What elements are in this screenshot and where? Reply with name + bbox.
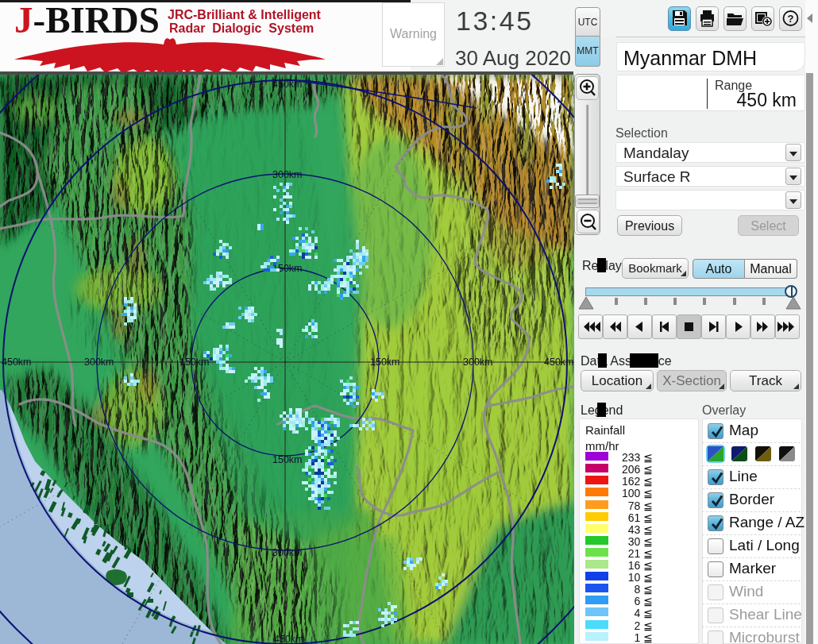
svg-text:?: ? xyxy=(788,13,794,25)
svg-text:300km: 300km xyxy=(272,547,303,558)
svg-text:450km: 450km xyxy=(2,357,32,368)
svg-text:150km: 150km xyxy=(370,357,400,368)
svg-text:450km: 450km xyxy=(274,634,304,644)
svg-text:150km: 150km xyxy=(179,357,210,368)
svg-text:300km: 300km xyxy=(84,357,114,368)
svg-text:300km: 300km xyxy=(463,357,493,368)
svg-text:300km: 300km xyxy=(272,169,303,180)
svg-text:450km: 450km xyxy=(544,357,574,368)
svg-text:450km: 450km xyxy=(272,79,303,90)
svg-text:150km: 150km xyxy=(272,454,303,465)
